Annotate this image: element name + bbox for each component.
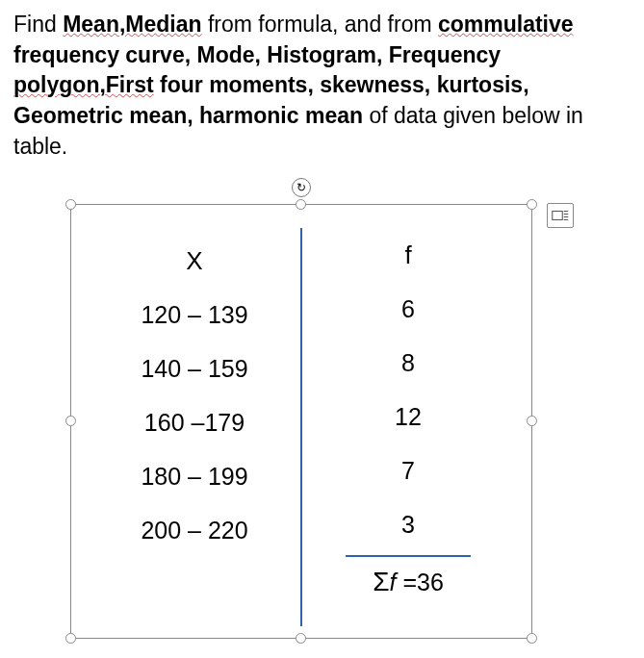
sigma-symbol: Σ [373, 567, 389, 596]
header-x: X [186, 234, 202, 288]
table-row: 8 [302, 336, 514, 390]
table-row: 140 – 159 [89, 342, 300, 395]
image-selection-frame[interactable]: ↻ X 120 – 139 140 – 159 160 –179 180 – 1… [70, 204, 532, 639]
table-row: 200 – 220 [89, 503, 300, 557]
table-row: 160 –179 [89, 395, 300, 449]
question-text: Find Mean,Median from formula, and from … [13, 10, 631, 163]
table-row: 180 – 199 [89, 449, 300, 503]
header-f: f [404, 228, 411, 282]
layout-options-button[interactable] [547, 203, 574, 228]
layout-options-icon [552, 209, 569, 222]
table-row: 12 [302, 390, 514, 443]
table-row: 6 [302, 282, 514, 336]
column-x: X 120 – 139 140 – 159 160 –179 180 – 199… [89, 228, 302, 626]
svg-rect-0 [553, 212, 563, 220]
table-row: 120 – 139 [89, 288, 300, 342]
data-table: X 120 – 139 140 – 159 160 –179 180 – 199… [71, 205, 531, 638]
table-row: 3 [302, 497, 514, 551]
column-f: f 6 8 12 7 3 Σf =36 [302, 228, 514, 626]
table-row: 7 [302, 443, 514, 497]
rotation-handle-icon[interactable]: ↻ [292, 178, 311, 197]
sum-row: Σf =36 [346, 551, 471, 597]
